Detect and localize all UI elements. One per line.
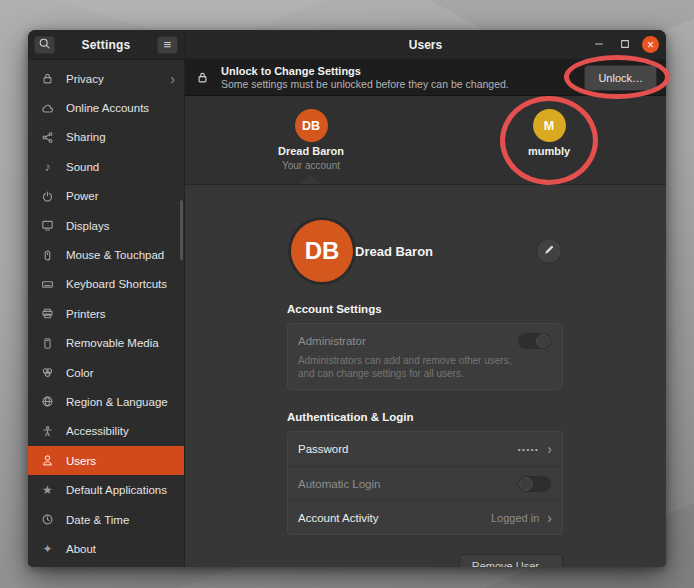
maximize-button[interactable] xyxy=(616,36,634,54)
selected-user-caret xyxy=(300,175,322,184)
search-button[interactable] xyxy=(34,36,55,54)
sidebar-item-printers[interactable]: Printers xyxy=(28,299,184,328)
avatar-initials: DB xyxy=(302,119,320,133)
settings-sections: Account Settings Administrator Administr… xyxy=(287,303,563,567)
profile-name: Dread Baron xyxy=(355,244,433,259)
keyboard-icon xyxy=(40,277,55,292)
sidebar-item-label: About xyxy=(66,543,96,555)
printer-icon xyxy=(40,306,55,321)
sidebar-item-online-accounts[interactable]: Online Accounts xyxy=(28,93,184,122)
star-icon: ★ xyxy=(40,483,55,498)
password-row[interactable]: Password ••••• › xyxy=(288,432,562,466)
removable-media-icon xyxy=(40,336,55,351)
avatar: DB xyxy=(295,109,328,142)
user-name: Dread Baron xyxy=(278,145,344,157)
administrator-toggle[interactable] xyxy=(517,332,552,350)
administrator-row: Administrator Administrators can add and… xyxy=(288,324,562,389)
sidebar-item-label: Default Applications xyxy=(66,484,167,496)
sidebar-item-region-language[interactable]: Region & Language xyxy=(28,387,184,416)
sidebar-item-label: Mouse & Touchpad xyxy=(66,249,164,261)
pencil-icon xyxy=(543,244,555,259)
display-icon xyxy=(40,218,55,233)
sidebar-item-sharing[interactable]: Sharing xyxy=(28,123,184,152)
profile-avatar: DB xyxy=(291,220,353,282)
remove-user-button[interactable]: Remove User… xyxy=(459,554,563,567)
account-activity-value: Logged in xyxy=(491,512,539,524)
menu-button[interactable]: ≡ xyxy=(157,36,178,54)
chevron-right-icon: › xyxy=(547,442,552,456)
main-panel: Users × Unlock to Change Settings Some s… xyxy=(185,30,666,567)
unlock-button[interactable]: Unlock… xyxy=(584,65,657,91)
window-controls: × xyxy=(590,30,659,59)
toggle-knob xyxy=(519,477,533,491)
sidebar-item-label: Keyboard Shortcuts xyxy=(66,278,167,290)
window-title: Users xyxy=(409,38,442,52)
unlock-text: Unlock to Change Settings Some settings … xyxy=(221,65,509,90)
sidebar-item-date-time[interactable]: Date & Time xyxy=(28,505,184,534)
avatar: M xyxy=(533,109,566,142)
account-settings-card: Administrator Administrators can add and… xyxy=(287,323,563,390)
sidebar-title: Settings xyxy=(59,38,153,52)
sidebar-item-users[interactable]: Users xyxy=(28,446,184,475)
sidebar-item-label: Region & Language xyxy=(66,396,168,408)
sidebar-item-label: Accessibility xyxy=(66,425,129,437)
account-activity-row[interactable]: Account Activity Logged in › xyxy=(288,500,562,534)
automatic-login-toggle[interactable] xyxy=(517,475,552,493)
user-chip-dread-baron[interactable]: DB Dread Baron Your account xyxy=(256,109,366,171)
settings-window: Settings ≡ Privacy › Online Accounts Sha… xyxy=(28,30,666,567)
sidebar-item-mouse-touchpad[interactable]: Mouse & Touchpad xyxy=(28,240,184,269)
administrator-label: Administrator xyxy=(298,335,366,347)
sidebar-item-about[interactable]: ✦ About xyxy=(28,534,184,563)
users-icon xyxy=(40,453,55,468)
sidebar-scrollbar[interactable] xyxy=(180,200,183,260)
sidebar-item-power[interactable]: Power xyxy=(28,182,184,211)
user-chip-mumbly[interactable]: M mumbly xyxy=(494,109,604,157)
sidebar-item-removable-media[interactable]: Removable Media xyxy=(28,329,184,358)
section-title-account-settings: Account Settings xyxy=(287,303,563,317)
sidebar-item-displays[interactable]: Displays xyxy=(28,211,184,240)
share-icon xyxy=(40,130,55,145)
sidebar-item-label: Privacy xyxy=(66,73,104,85)
lock-icon xyxy=(196,70,211,85)
unlock-title: Unlock to Change Settings xyxy=(221,65,509,77)
maximize-icon xyxy=(619,38,631,52)
section-title-authentication-login: Authentication & Login xyxy=(287,411,563,425)
accessibility-icon xyxy=(40,424,55,439)
sidebar-item-accessibility[interactable]: Accessibility xyxy=(28,417,184,446)
sidebar-item-label: Power xyxy=(66,190,99,202)
sidebar-item-label: Users xyxy=(66,455,96,467)
sidebar-item-label: Online Accounts xyxy=(66,102,149,114)
account-activity-label: Account Activity xyxy=(298,512,379,524)
sidebar-nav: Privacy › Online Accounts Sharing ♪ Soun… xyxy=(28,60,184,567)
password-label: Password xyxy=(298,443,349,455)
close-button[interactable]: × xyxy=(642,36,659,53)
sidebar-item-privacy[interactable]: Privacy › xyxy=(28,64,184,93)
minimize-icon xyxy=(593,38,605,52)
sidebar-item-sound[interactable]: ♪ Sound xyxy=(28,152,184,181)
minimize-button[interactable] xyxy=(590,36,608,54)
mouse-icon xyxy=(40,248,55,263)
administrator-description: Administrators can add and remove other … xyxy=(298,354,530,380)
sidebar: Settings ≡ Privacy › Online Accounts Sha… xyxy=(28,30,185,567)
titlebar: Users × xyxy=(185,30,666,60)
power-icon xyxy=(40,189,55,204)
sidebar-item-color[interactable]: Color xyxy=(28,358,184,387)
chevron-right-icon: › xyxy=(547,511,552,525)
sidebar-item-default-applications[interactable]: ★ Default Applications xyxy=(28,475,184,504)
automatic-login-label: Automatic Login xyxy=(298,478,380,490)
users-panel-content: DB Dread Baron Account Settings Administ… xyxy=(185,185,666,567)
sidebar-item-label: Color xyxy=(66,367,93,379)
search-icon xyxy=(38,37,51,53)
globe-icon xyxy=(40,394,55,409)
sidebar-item-keyboard-shortcuts[interactable]: Keyboard Shortcuts xyxy=(28,270,184,299)
chevron-right-icon: › xyxy=(170,72,175,86)
menu-icon: ≡ xyxy=(164,37,172,52)
sidebar-item-label: Removable Media xyxy=(66,337,159,349)
sidebar-item-label: Sound xyxy=(66,161,99,173)
sparkle-icon: ✦ xyxy=(40,541,55,556)
user-name: mumbly xyxy=(528,145,570,157)
sound-icon: ♪ xyxy=(40,159,55,174)
avatar-initials: M xyxy=(544,119,554,133)
password-value: ••••• xyxy=(518,445,540,454)
edit-name-button[interactable] xyxy=(536,238,562,264)
